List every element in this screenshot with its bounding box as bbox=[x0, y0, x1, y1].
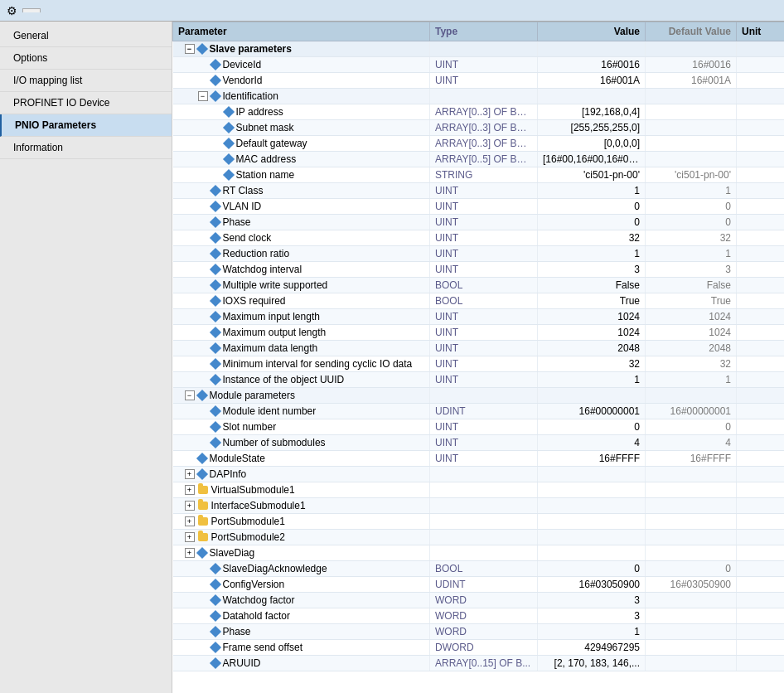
table-row[interactable]: Default gatewayARRAY[0..3] OF BYTE[0,0,0… bbox=[173, 136, 785, 152]
table-row[interactable]: Maximum data lengthUINT20482048 bbox=[173, 341, 785, 356]
table-row[interactable]: +PortSubmodule2 bbox=[173, 530, 785, 545]
type-cell: UINT bbox=[430, 309, 538, 325]
unit-cell bbox=[737, 561, 785, 577]
value-cell: 1 bbox=[538, 372, 646, 388]
title-tab[interactable] bbox=[22, 8, 41, 12]
table-row[interactable]: Reduction ratioUINT11 bbox=[173, 246, 785, 262]
unit-cell bbox=[737, 104, 785, 120]
sidebar-item-options[interactable]: Options bbox=[0, 47, 172, 70]
table-row[interactable]: Minimum interval for sending cyclic IO d… bbox=[173, 356, 785, 372]
diamond-icon bbox=[196, 547, 207, 559]
table-row[interactable]: +SlaveDiagProfiNET IO ... bbox=[173, 545, 785, 561]
main-layout: GeneralOptionsI/O mapping listPROFINET I… bbox=[0, 22, 784, 693]
table-row[interactable]: Maximum output lengthUINT10241024 bbox=[173, 325, 785, 341]
param-label: Watchdog factor bbox=[223, 594, 295, 606]
table-row[interactable]: ModuleStateUINT16#FFFF16#FFFF bbox=[173, 451, 785, 467]
value-cell: 0 bbox=[538, 419, 646, 435]
table-row[interactable]: Frame send offsetDWORD4294967295 bbox=[173, 640, 785, 656]
unit-cell bbox=[737, 451, 785, 467]
type-cell bbox=[430, 514, 538, 530]
table-row[interactable]: MAC addressARRAY[0..5] OF BYTE[16#00,16#… bbox=[173, 152, 785, 167]
default-value-cell bbox=[646, 388, 737, 404]
table-row[interactable]: DeviceIdUINT16#001616#0016 bbox=[173, 57, 785, 73]
table-row[interactable]: +PortSubmodule1 bbox=[173, 514, 785, 530]
sidebar-item-information[interactable]: Information bbox=[0, 137, 172, 159]
diamond-icon bbox=[209, 264, 220, 275]
param-cell: Maximum output length bbox=[173, 325, 430, 341]
expand-button[interactable]: + bbox=[185, 469, 195, 479]
sidebar-item-pnio-parameters[interactable]: PNIO Parameters bbox=[0, 114, 172, 137]
type-cell: ARRAY[0..3] OF BYTE bbox=[430, 136, 538, 152]
default-value-cell: 0 bbox=[646, 561, 737, 577]
table-row[interactable]: +VirtualSubmodule1 bbox=[173, 482, 785, 498]
table-row[interactable]: SlaveDiagAcknowledgeBOOL00ProfiNET IO ..… bbox=[173, 561, 785, 577]
sidebar-item-general[interactable]: General bbox=[0, 25, 172, 47]
table-row[interactable]: Watchdog factorWORD3 bbox=[173, 593, 785, 608]
unit-cell bbox=[737, 325, 785, 341]
table-row[interactable]: −Slave parameters bbox=[173, 41, 785, 57]
table-row[interactable]: ConfigVersionUDINT16#0305090016#03050900 bbox=[173, 577, 785, 593]
sidebar-item-profinet-io-device[interactable]: PROFINET IO Device bbox=[0, 92, 172, 114]
expand-button[interactable]: − bbox=[185, 44, 195, 54]
table-row[interactable]: Instance of the object UUIDUINT11 bbox=[173, 372, 785, 388]
value-cell: 3 bbox=[538, 608, 646, 624]
table-row[interactable]: ARUUIDARRAY[0..15] OF B...[2, 170, 183, … bbox=[173, 656, 785, 671]
table-row[interactable]: PhaseWORD1 bbox=[173, 624, 785, 640]
table-row[interactable]: Datahold factorWORD3 bbox=[173, 608, 785, 624]
table-row[interactable]: Send clockUINT3232 bbox=[173, 230, 785, 246]
table-header-row: Parameter Type Value Default Value Unit … bbox=[173, 22, 785, 41]
value-cell bbox=[538, 89, 646, 104]
unit-cell bbox=[737, 120, 785, 136]
table-row[interactable]: Maximum input lengthUINT10241024 bbox=[173, 309, 785, 325]
content-area[interactable]: Parameter Type Value Default Value Unit … bbox=[172, 22, 784, 693]
param-label: Number of submodules bbox=[223, 437, 326, 448]
type-cell: UDINT bbox=[430, 577, 538, 593]
param-label: Datahold factor bbox=[223, 610, 290, 622]
expand-button[interactable]: + bbox=[185, 516, 195, 526]
param-label: VLAN ID bbox=[223, 201, 262, 212]
table-row[interactable]: VLAN IDUINT00 bbox=[173, 199, 785, 215]
table-row[interactable]: RT ClassUINT11 bbox=[173, 183, 785, 199]
table-row[interactable]: Number of submodulesUINT44 bbox=[173, 435, 785, 451]
table-row[interactable]: Multiple write supportedBOOLFalseFalse bbox=[173, 278, 785, 293]
default-value-cell: 16#03050900 bbox=[646, 577, 737, 593]
table-row[interactable]: IP addressARRAY[0..3] OF BYTE[192,168,0,… bbox=[173, 104, 785, 120]
expand-button[interactable]: + bbox=[185, 548, 195, 558]
table-row[interactable]: PhaseUINT00 bbox=[173, 215, 785, 230]
expand-button[interactable]: + bbox=[185, 532, 195, 542]
table-row[interactable]: Module ident numberUDINT16#0000000116#00… bbox=[173, 404, 785, 419]
unit-cell bbox=[737, 230, 785, 246]
type-cell: UINT bbox=[430, 230, 538, 246]
diamond-icon bbox=[209, 642, 220, 653]
value-cell: 0 bbox=[538, 215, 646, 230]
diamond-icon bbox=[209, 75, 220, 86]
table-row[interactable]: +DAPInfo bbox=[173, 467, 785, 482]
param-label: Subnet mask bbox=[236, 122, 294, 133]
expand-button[interactable]: − bbox=[185, 390, 195, 400]
table-row[interactable]: Slot numberUINT00 bbox=[173, 419, 785, 435]
expand-button[interactable]: + bbox=[185, 501, 195, 511]
table-row[interactable]: IOXS requiredBOOLTrueTrue bbox=[173, 293, 785, 309]
table-row[interactable]: −Identification bbox=[173, 89, 785, 104]
sidebar-item-i/o-mapping-list[interactable]: I/O mapping list bbox=[0, 70, 172, 92]
table-row[interactable]: Subnet maskARRAY[0..3] OF BYTE[255,255,2… bbox=[173, 120, 785, 136]
param-label: Minimum interval for sending cyclic IO d… bbox=[223, 358, 413, 370]
value-cell: 1 bbox=[538, 624, 646, 640]
table-row[interactable]: Station nameSTRING'ci501-pn-00''ci501-pn… bbox=[173, 167, 785, 183]
unit-cell bbox=[737, 545, 785, 561]
value-cell: [255,255,255,0] bbox=[538, 120, 646, 136]
unit-cell bbox=[737, 278, 785, 293]
table-row[interactable]: Watchdog intervalUINT33 bbox=[173, 262, 785, 278]
param-cell: Station name bbox=[173, 167, 430, 183]
table-body: −Slave parametersDeviceIdUINT16#001616#0… bbox=[173, 41, 785, 671]
expand-button[interactable]: + bbox=[185, 485, 195, 495]
table-row[interactable]: VendorIdUINT16#001A16#001A bbox=[173, 73, 785, 89]
param-cell: Frame send offset bbox=[173, 640, 430, 656]
table-row[interactable]: +InterfaceSubmodule1 bbox=[173, 498, 785, 514]
value-cell: 'ci501-pn-00' bbox=[538, 167, 646, 183]
param-label: InterfaceSubmodule1 bbox=[211, 500, 306, 511]
expand-button[interactable]: − bbox=[198, 91, 208, 101]
type-cell bbox=[430, 498, 538, 514]
value-cell: 2048 bbox=[538, 341, 646, 356]
table-row[interactable]: −Module parameters bbox=[173, 388, 785, 404]
